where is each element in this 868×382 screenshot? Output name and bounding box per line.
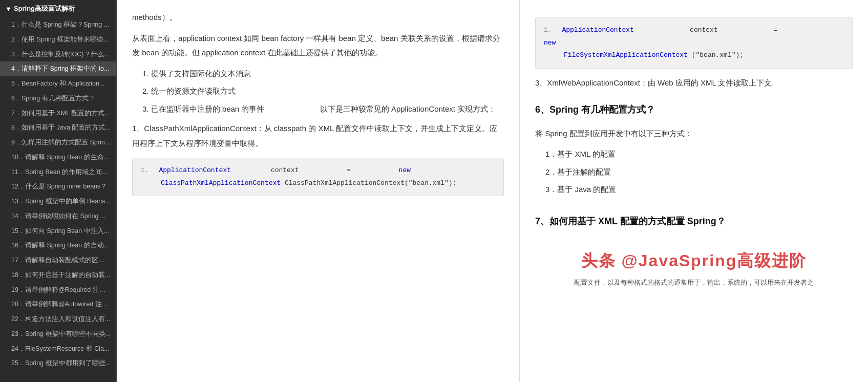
section7-title: 7、如何用基于 XML 配置的方式配置 Spring？ — [535, 213, 853, 230]
line-num-right: 1. — [544, 26, 552, 34]
config1-text: 1．基于 XML 的配置 — [545, 147, 853, 162]
sidebar-item-1[interactable]: 1．什么是 Spring 框架？Spring ... — [0, 17, 116, 32]
sidebar-item-10[interactable]: 10．请解释 Spring Bean 的生命... — [0, 150, 116, 165]
right-panel: 1. ApplicationContext context = new File… — [520, 0, 868, 382]
code-class-path: ClassPathXmlApplicationContext — [161, 179, 281, 187]
sidebar-item-5[interactable]: 5．BeanFactory 和 Application... — [0, 76, 116, 91]
main-content: methods）。 从表面上看，application context 如同 b… — [117, 0, 868, 382]
sidebar-item-2[interactable]: 2．使用 Spring 框架能带来哪些... — [0, 32, 116, 47]
sidebar-items-container: 1．什么是 Spring 框架？Spring ...2．使用 Spring 框架… — [0, 17, 116, 371]
para1-text: 从表面上看，application context 如同 bean factor… — [132, 31, 504, 60]
sub-text: 配置文件，以及每种格式的格式的通常用于，输出，系统的，可以用来在开发者之 — [535, 277, 853, 289]
impl3-text: 3、XmlWebApplicationContext：由 Web 应用的 XML… — [535, 76, 853, 91]
sidebar-item-15[interactable]: 15．如何向 Spring Bean 中注入... — [0, 224, 116, 239]
code-block-right: 1. ApplicationContext context = new File… — [535, 17, 853, 69]
sidebar-item-22[interactable]: 23．Spring 框架中有哪些不同类... — [0, 327, 116, 342]
sidebar-item-7[interactable]: 7．如何用基于 XML 配置的方式... — [0, 106, 116, 121]
sidebar-item-11[interactable]: 11．Spring Bean 的作用域之间... — [0, 165, 116, 180]
sidebar: ▼ Spring高级面试解析 1．什么是 Spring 框架？Spring ..… — [0, 0, 117, 382]
sidebar-title[interactable]: ▼ Spring高级面试解析 — [0, 0, 116, 17]
intro-text: methods）。 — [132, 10, 504, 25]
code-appctx: ApplicationContext — [562, 26, 633, 34]
sidebar-item-21[interactable]: 22．构造方法注入和设值注入有... — [0, 312, 116, 327]
sidebar-item-13[interactable]: 13．Spring 框架中的单例 Beans... — [0, 194, 116, 209]
config3-text: 3．基于 Java 的配置 — [545, 182, 853, 197]
code-new-1: new — [399, 166, 411, 174]
sidebar-item-20[interactable]: 20．请举例解释@Autowired 注... — [0, 297, 116, 312]
sidebar-item-24[interactable]: 25．Spring 框架中都用到了哪些... — [0, 356, 116, 371]
sidebar-item-19[interactable]: 19．请举例解释@Required 注解... — [0, 283, 116, 298]
config2-text: 2．基于注解的配置 — [545, 165, 853, 180]
feature1-text: 1. 提供了支持国际化的文本消息 — [142, 67, 504, 81]
sidebar-item-4[interactable]: 4．请解释下 Spring 框架中的 Io... — [0, 61, 116, 76]
section6-intro: 将 Spring 配置到应用开发中有以下三种方式： — [535, 126, 853, 141]
sidebar-item-6[interactable]: 6．Spring 有几种配置方式？ — [0, 91, 116, 106]
code-block-1: 1. ApplicationContext context = new Clas… — [132, 158, 504, 196]
line-num-1: 1. — [141, 166, 149, 174]
section6-title: 6、Spring 有几种配置方式？ — [535, 101, 853, 118]
feature3-text: 3. 已在监听器中注册的 bean 的事件 以下是三种较常见的 Applicat… — [142, 102, 504, 117]
sidebar-item-12[interactable]: 12．什么是 Spring inner beans？ — [0, 179, 116, 194]
sidebar-item-8[interactable]: 8．如何用基于 Java 配置的方式... — [0, 120, 116, 135]
sidebar-item-17[interactable]: 17．请解释自动装配模式的区别？ — [0, 253, 116, 268]
watermark-text: 头条 @JavaSpring高级进阶 — [535, 245, 853, 277]
arrow-icon: ▼ — [5, 5, 12, 13]
sidebar-item-3[interactable]: 3．什么是控制反转(IOC)？什么... — [0, 47, 116, 62]
code-class-1: ApplicationContext — [159, 166, 230, 174]
sidebar-item-18[interactable]: 18．如何开启基于注解的自动装... — [0, 268, 116, 283]
left-panel: methods）。 从表面上看，application context 如同 b… — [117, 0, 520, 382]
sidebar-item-23[interactable]: 24．FileSystemResource 和 Cla... — [0, 342, 116, 356]
sidebar-item-9[interactable]: 9．怎样用注解的方式配置 Sprin... — [0, 135, 116, 150]
sidebar-item-14[interactable]: 14．请举例说明如何在 Spring ... — [0, 209, 116, 224]
sidebar-item-16[interactable]: 16．请解释 Spring Bean 的自动... — [0, 238, 116, 253]
impl1-text: 1、ClassPathXmlApplicationContext：从 class… — [132, 121, 504, 151]
code-new-right: new — [544, 39, 556, 47]
feature2-text: 2. 统一的资源文件读取方式 — [142, 84, 504, 99]
code-filesys: FileSystemXmlApplicationContext — [564, 51, 688, 59]
